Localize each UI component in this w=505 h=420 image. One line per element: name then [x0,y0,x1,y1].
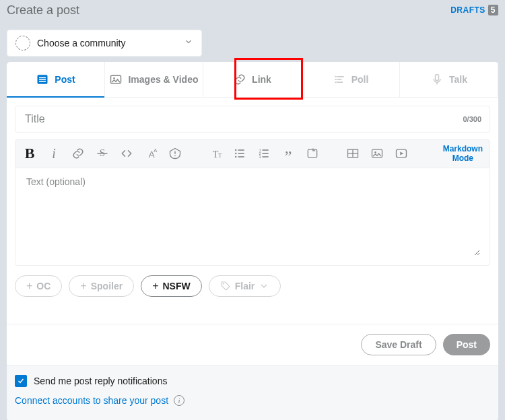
quote-button[interactable]: ” [281,146,296,161]
title-counter: 0/300 [463,115,481,123]
community-placeholder: Choose a community [37,38,126,48]
strike-button[interactable]: S [95,146,110,161]
svg-rect-27 [238,157,244,158]
markdown-mode-toggle[interactable]: Markdown Mode [443,144,483,164]
svg-rect-34 [308,150,316,158]
image-button[interactable] [370,146,384,161]
chevron-down-icon [184,37,193,49]
tag-icon [220,281,231,291]
plus-icon: + [26,280,32,292]
title-input[interactable] [24,112,463,126]
oc-tag-button: + OC [15,275,62,297]
notify-label: Send me post reply notifications [34,376,167,386]
page-title: Create a post [7,3,79,18]
svg-text:S: S [100,148,105,159]
nsfw-tag-button[interactable]: + NSFW [141,275,202,297]
plus-icon: + [80,280,86,292]
svg-rect-9 [337,79,341,80]
video-button[interactable] [394,146,409,161]
svg-point-41 [222,283,224,284]
tab-label: Poll [351,74,369,85]
svg-rect-3 [39,81,46,83]
svg-point-39 [374,151,376,153]
tab-label: Images & Video [128,74,198,85]
heading-button[interactable]: TT [208,146,223,161]
tag-row: + OC + Spoiler + NSFW Flair [15,275,490,297]
svg-point-5 [114,77,116,79]
svg-rect-12 [436,75,439,81]
spoiler-tag-button: + Spoiler [69,275,134,297]
post-form-card: Post Images & Video Link Poll Talk 0/300… [7,62,498,420]
svg-text:A: A [154,148,157,154]
svg-rect-8 [335,79,337,80]
tab-post[interactable]: Post [7,62,105,97]
svg-rect-1 [39,77,46,79]
table-button[interactable] [345,146,360,161]
tab-label: Link [252,74,271,85]
drafts-button[interactable]: DRAFTS 5 [450,5,498,15]
svg-rect-10 [335,81,337,83]
post-type-tabs: Post Images & Video Link Poll Talk [7,62,498,98]
tab-images-video[interactable]: Images & Video [105,62,203,97]
code-block-button[interactable] [305,146,320,161]
save-draft-button[interactable]: Save Draft [361,334,436,355]
community-avatar-placeholder [15,36,30,50]
editor-toolbar: B i S AA TT [15,140,490,168]
spoiler-button[interactable] [168,146,182,161]
svg-point-19 [174,155,176,157]
svg-rect-23 [238,150,244,151]
svg-text:T: T [218,153,222,159]
tab-poll: Poll [302,62,400,97]
post-button: Post [443,334,490,355]
svg-point-24 [235,153,237,155]
tab-link[interactable]: Link [203,62,302,97]
svg-point-22 [235,149,237,151]
link-button[interactable] [71,146,86,161]
svg-rect-2 [39,79,46,81]
tab-label: Talk [449,74,467,85]
body-textarea[interactable] [25,175,480,256]
tab-talk: Talk [400,62,498,97]
tab-label: Post [55,74,75,85]
connect-accounts-link[interactable]: Connect accounts to share your post i [15,395,490,406]
community-picker[interactable]: Choose a community [7,30,202,57]
svg-rect-33 [263,157,269,158]
svg-text:3: 3 [259,155,261,159]
notify-checkbox-row[interactable]: Send me post reply notifications [15,375,490,387]
bullet-list-button[interactable] [232,146,247,161]
svg-rect-29 [263,150,269,151]
plus-icon: + [152,280,158,292]
svg-rect-6 [335,76,337,77]
superscript-button[interactable]: AA [143,146,158,161]
title-field-wrap: 0/300 [15,106,490,133]
svg-rect-31 [263,153,269,155]
svg-rect-7 [337,76,343,77]
drafts-label: DRAFTS [450,5,485,15]
footer-options: Send me post reply notifications Connect… [7,365,498,420]
chevron-down-icon [259,281,269,291]
number-list-button[interactable]: 123 [257,146,271,161]
svg-point-26 [235,156,237,158]
drafts-count: 5 [488,5,498,15]
inline-code-button[interactable] [119,146,134,161]
flair-tag-button: Flair [209,275,281,297]
check-icon [17,377,25,385]
notify-checkbox[interactable] [15,375,27,387]
action-row: Save Draft Post [7,324,498,365]
svg-rect-11 [337,81,342,83]
body-editor: B i S AA TT [15,139,490,266]
italic-button[interactable]: i [46,146,61,161]
info-icon: i [174,395,184,406]
bold-button[interactable]: B [22,146,37,161]
svg-rect-25 [238,153,244,155]
